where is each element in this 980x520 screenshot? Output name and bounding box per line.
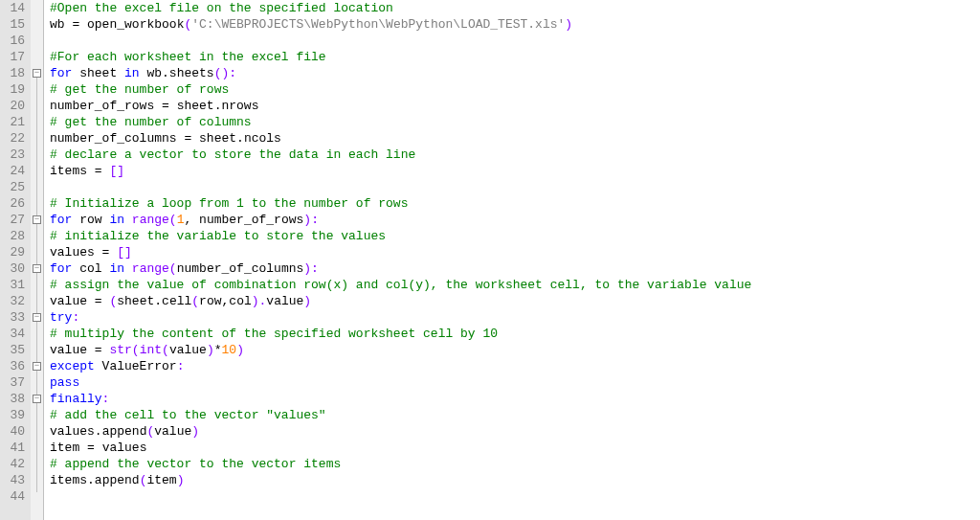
code-line[interactable]: try: [50,309,980,326]
code-line[interactable]: #Open the excel file on the specified lo… [50,0,980,16]
token: row [199,294,221,308]
token: number_of_rows [191,213,303,227]
code-line[interactable] [50,488,980,505]
code-line[interactable]: value = str(int(value)*10) [50,342,980,358]
code-line[interactable]: # append the vector to the vector items [50,456,980,472]
code-line[interactable]: number_of_columns = sheet.ncols [50,130,980,147]
token: in [124,66,140,80]
token: . [154,294,162,308]
code-line[interactable]: for row in range(1, number_of_rows): [50,212,980,228]
token: #For each worksheet in the excel file [50,50,326,64]
token: pass [50,375,79,390]
token: in [109,213,124,227]
token: append [102,424,147,439]
token: sheet [169,99,214,113]
code-line[interactable]: # assign the value of combination row(x)… [50,277,980,293]
code-line[interactable]: except ValueError: [50,358,980,374]
token: 10 [222,343,237,357]
line-number: 35 [0,342,25,358]
token: = [95,294,102,308]
code-line[interactable]: values = [] [50,244,980,260]
token: # multiply the content of the specified … [50,327,498,341]
token: values [50,245,102,260]
fold-toggle-icon[interactable]: − [33,69,41,78]
code-line[interactable]: # add the cell to the vector "values" [50,407,980,423]
token: . [87,473,95,487]
line-number: 36 [0,358,25,374]
code-line[interactable]: item = values [50,440,980,456]
token: col [72,261,109,276]
token: ( [191,294,199,308]
token: value [50,294,95,308]
token: [] [109,164,124,178]
code-line[interactable]: for col in range(number_of_columns): [50,260,980,277]
line-number: 40 [0,423,25,440]
line-number: 37 [0,374,25,391]
fold-toggle-icon[interactable]: − [33,395,41,403]
token: sheet [72,66,124,80]
token: # declare a vector to store the data in … [50,147,415,162]
token: : [177,359,185,373]
code-line[interactable]: # Initialize a loop from 1 to the number… [50,195,980,212]
fold-toggle-icon[interactable]: − [33,264,41,273]
code-line[interactable]: value = (sheet.cell(row,col).value) [50,293,980,309]
code-line[interactable]: #For each worksheet in the excel file [50,49,980,65]
code-line[interactable]: for sheet in wb.sheets(): [50,65,980,81]
code-line[interactable] [50,179,980,195]
token [124,213,132,227]
token: # Initialize a loop from 1 to the number… [50,196,408,211]
fold-toggle-icon[interactable]: − [33,362,41,371]
token: range [132,213,169,227]
token: ( [132,343,140,357]
token: value [50,343,95,357]
line-number: 34 [0,326,25,342]
line-number: 27 [0,212,25,228]
code-line[interactable]: number_of_rows = sheet.nrows [50,98,980,114]
token: ): [303,261,319,276]
line-number: 29 [0,244,25,260]
token: ncols [244,131,281,146]
line-number: 28 [0,228,25,244]
line-number: 18 [0,65,25,81]
token: range [132,261,169,276]
token: = [95,343,102,357]
code-area[interactable]: #Open the excel file on the specified lo… [44,0,980,520]
fold-toggle-icon[interactable]: − [33,215,41,224]
token: [] [117,245,132,260]
code-line[interactable]: # multiply the content of the specified … [50,326,980,342]
line-number: 19 [0,81,25,98]
token: open_workbook [79,17,184,32]
token: items [50,473,87,487]
line-number: 16 [0,33,25,49]
token: # get the number of columns [50,115,252,129]
token: = [162,99,169,113]
code-line[interactable]: # get the number of columns [50,114,980,130]
token: ). [252,294,267,308]
token: except [50,359,95,373]
code-line[interactable]: items.append(item) [50,472,980,488]
token: 'C:\WEBPROJECTS\WebPython\WebPython\LOAD… [191,17,565,32]
code-line[interactable]: items = [] [50,163,980,179]
code-line[interactable]: wb = open_workbook('C:\WEBPROJECTS\WebPy… [50,16,980,33]
code-line[interactable]: # initialize the variable to store the v… [50,228,980,244]
code-line[interactable]: # declare a vector to store the data in … [50,147,980,163]
code-line[interactable]: pass [50,374,980,391]
code-line[interactable] [50,33,980,49]
token: number_of_rows [50,99,162,113]
line-number: 30 [0,260,25,277]
token: col [229,294,251,308]
line-number: 44 [0,488,25,505]
fold-toggle-icon[interactable]: − [33,313,41,322]
fold-column: −−−−−− [31,0,44,520]
token: ) [303,294,311,308]
code-line[interactable]: finally: [50,391,980,407]
code-line[interactable]: values.append(value) [50,423,980,440]
code-line[interactable]: # get the number of rows [50,81,980,98]
line-number: 31 [0,277,25,293]
token: sheets [169,66,214,80]
line-number: 24 [0,163,25,179]
token: for [50,66,72,80]
token: : [72,310,79,325]
token: ) [565,17,572,32]
token: try [50,310,72,325]
